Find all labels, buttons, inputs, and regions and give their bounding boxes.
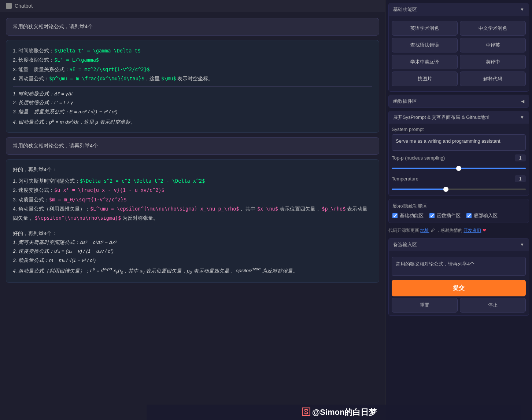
visibility-basic[interactable]: 基础功能区 <box>392 212 424 219</box>
stop-button[interactable]: 停止 <box>460 298 526 313</box>
visibility-section: 显示/隐藏功能区 基础功能区 函数插件区 底部输入区 <box>388 199 529 223</box>
assistant-message-1: 1. 时间膨胀公式：$\Delta t' = \gamma \Delta t$ … <box>6 40 379 133</box>
sysprompt-section: 展开SysPrompt & 交互界面布局 & Github地址 ▼ System… <box>388 111 529 196</box>
backup-section: 备选输入区 ▼ 常用的狭义相对论公式，请再列举4个 提交 重置 停止 <box>388 238 529 316</box>
visibility-plugin[interactable]: 函数插件区 <box>429 212 461 219</box>
dev-link[interactable]: 开发者们 <box>463 228 481 233</box>
basic-functions-arrow: ▼ <box>520 7 524 12</box>
btn-en-to-zh[interactable]: 英译中 <box>460 55 526 69</box>
plugin-title: 函数插件区 <box>393 98 417 105</box>
checkbox-input[interactable] <box>466 213 472 218</box>
backup-input[interactable]: 常用的狭义相对论公式，请再列举4个 <box>392 257 526 276</box>
chat-title: Chatbot <box>15 3 33 9</box>
sysprompt-arrow: ▼ <box>520 115 524 120</box>
btn-zh-academic[interactable]: 中文学术润色 <box>460 21 526 36</box>
chat-header: Chatbot <box>0 0 385 12</box>
backup-content: 常用的狭义相对论公式，请再列举4个 提交 重置 停止 <box>389 251 529 315</box>
backup-header[interactable]: 备选输入区 ▼ <box>389 238 529 251</box>
top-p-label: Top-p (nucleus sampling) <box>392 155 445 161</box>
btn-zh-to-en[interactable]: 中译英 <box>460 38 526 52</box>
source-link[interactable]: 地址 <box>420 228 429 233</box>
temperature-slider[interactable] <box>392 189 526 190</box>
btn-explain-code[interactable]: 解释代码 <box>460 72 526 86</box>
reset-button[interactable]: 重置 <box>392 298 458 313</box>
source-row: 代码开源和更新 地址 🖊 ，感谢热情的 开发者们 ❤ <box>388 226 529 235</box>
btn-en-academic[interactable]: 英语学术润色 <box>392 21 458 36</box>
chatbot-icon <box>6 3 12 9</box>
bottom-buttons: 重置 停止 <box>392 298 526 313</box>
top-p-slider[interactable] <box>392 168 526 169</box>
sysprompt-value[interactable]: Serve me as a writing and programming as… <box>392 134 526 151</box>
submit-button[interactable]: 提交 <box>392 280 526 296</box>
sysprompt-title: 展开SysPrompt & 交互界面布局 & Github地址 <box>393 114 490 121</box>
chat-messages: 常用的狭义相对论公式，请列举4个 1. 时间膨胀公式：$\Delta t' = … <box>0 12 385 420</box>
right-panel: 基础功能区 ▼ 英语学术润色 中文学术润色 查找语法错误 中译英 学术中英互译 … <box>385 0 532 420</box>
checkbox-plugin[interactable] <box>429 213 435 218</box>
visibility-title: 显示/隐藏功能区 <box>392 203 525 209</box>
basic-functions-content: 英语学术润色 中文学术润色 查找语法错误 中译英 学术中英互译 英译中 找图片 … <box>389 16 529 91</box>
backup-title: 备选输入区 <box>393 241 417 248</box>
btn-grammar[interactable]: 查找语法错误 <box>392 38 458 52</box>
left-panel: Chatbot 常用的狭义相对论公式，请列举4个 1. 时间膨胀公式：$\Del… <box>0 0 385 420</box>
basic-functions-header[interactable]: 基础功能区 ▼ <box>389 3 529 16</box>
plugin-section: 函数插件区 ◀ <box>388 95 529 108</box>
btn-find-image[interactable]: 找图片 <box>392 72 458 86</box>
checkbox-basic[interactable] <box>392 213 398 218</box>
sysprompt-content: System prompt Serve me as a writing and … <box>389 124 529 196</box>
assistant-message-2: 好的，再列举4个： 1. 闵可夫斯基时空间隔公式：$\Delta s^2 = c… <box>6 159 379 283</box>
sysprompt-header[interactable]: 展开SysPrompt & 交互界面布局 & Github地址 ▼ <box>389 111 529 124</box>
visibility-checkboxes: 基础功能区 函数插件区 底部输入区 <box>392 212 525 219</box>
sysprompt-label: System prompt <box>392 127 526 132</box>
top-p-value: 1 <box>515 154 526 161</box>
plugin-arrow: ◀ <box>521 99 524 104</box>
basic-functions-title: 基础功能区 <box>393 6 417 13</box>
temperature-value: 1 <box>515 175 526 182</box>
backup-arrow: ▼ <box>520 242 524 247</box>
visibility-input[interactable]: 底部输入区 <box>466 212 498 219</box>
plugin-header[interactable]: 函数插件区 ◀ <box>389 95 529 107</box>
user-message-1: 常用的狭义相对论公式，请列举4个 <box>6 18 379 36</box>
basic-functions-grid: 英语学术润色 中文学术润色 查找语法错误 中译英 学术中英互译 英译中 找图片 … <box>392 19 526 88</box>
btn-academic-mutual[interactable]: 学术中英互译 <box>392 55 458 69</box>
user-message-2: 常用的狭义相对论公式，请再列举4个 <box>6 137 379 155</box>
basic-functions-section: 基础功能区 ▼ 英语学术润色 中文学术润色 查找语法错误 中译英 学术中英互译 … <box>388 3 529 92</box>
temperature-label: Temperature <box>392 176 418 182</box>
